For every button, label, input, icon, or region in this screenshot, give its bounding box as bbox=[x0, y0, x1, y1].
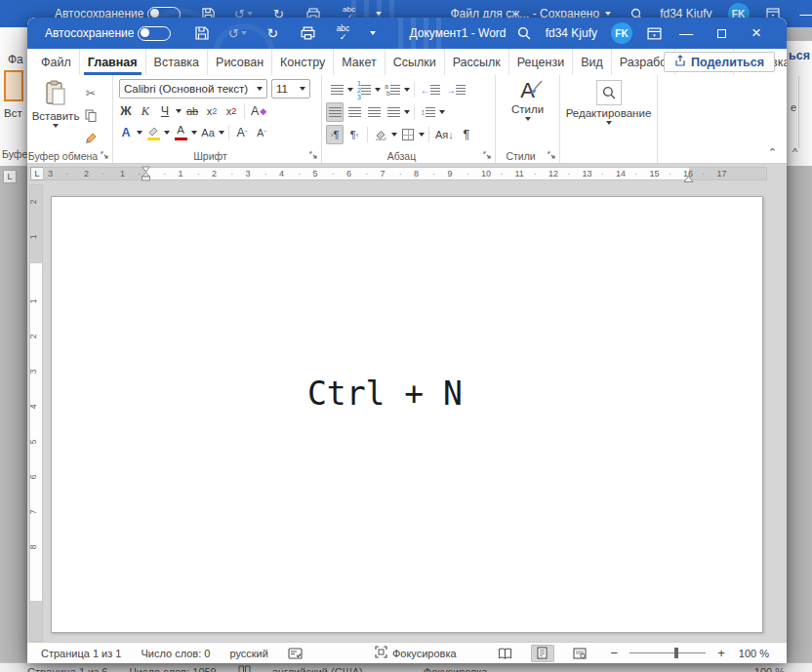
avatar[interactable]: FK bbox=[611, 22, 632, 44]
numbering-button[interactable]: 123 bbox=[355, 80, 373, 99]
tab-references[interactable]: Ссылки bbox=[386, 49, 445, 75]
highlight-chevron-icon[interactable] bbox=[164, 131, 170, 135]
copy-icon[interactable] bbox=[82, 105, 100, 125]
bg-status-focus[interactable]: Фокусировка bbox=[424, 666, 488, 672]
tab-home[interactable]: Главная bbox=[80, 49, 146, 75]
zoom-in-button[interactable]: + bbox=[715, 643, 727, 663]
zoom-slider-thumb[interactable] bbox=[674, 648, 678, 658]
editing-button[interactable]: Редактирование bbox=[564, 80, 653, 125]
numbering-chevron-icon[interactable] bbox=[375, 88, 381, 92]
zoom-slider[interactable] bbox=[629, 652, 706, 653]
web-layout-button[interactable] bbox=[568, 645, 591, 662]
status-page[interactable]: Страница 1 из 1 bbox=[33, 643, 129, 663]
align-left-button[interactable] bbox=[326, 102, 344, 122]
text-effects-button[interactable]: А bbox=[117, 123, 135, 142]
bg-tab-selector[interactable]: L bbox=[3, 170, 17, 183]
tab-draw[interactable]: Рисован bbox=[208, 49, 272, 75]
status-words[interactable]: Число слов: 0 bbox=[133, 643, 218, 663]
indent-marker-left[interactable] bbox=[141, 166, 151, 185]
tab-view[interactable]: Вид bbox=[573, 49, 612, 75]
strikethrough-button[interactable]: ab bbox=[183, 101, 201, 121]
tab-design[interactable]: Констру bbox=[272, 49, 334, 75]
italic-button[interactable]: К bbox=[137, 101, 154, 121]
dialog-launcher[interactable] bbox=[309, 151, 318, 160]
print-layout-button[interactable] bbox=[531, 645, 554, 662]
focus-button[interactable]: Фокусировка bbox=[367, 643, 465, 663]
document-page[interactable]: Ctrl + N bbox=[51, 196, 763, 633]
sort-button[interactable]: Ая↓ bbox=[433, 125, 456, 144]
font-color-chevron-icon[interactable] bbox=[191, 131, 197, 135]
justify-chevron-icon[interactable] bbox=[404, 110, 410, 114]
bullets-chevron-icon[interactable] bbox=[347, 88, 353, 92]
dialog-launcher[interactable] bbox=[101, 151, 109, 160]
close-button[interactable]: × bbox=[746, 18, 767, 49]
format-painter-icon[interactable] bbox=[82, 128, 100, 147]
font-size-combo[interactable]: 11 bbox=[271, 79, 310, 99]
maximize-button[interactable] bbox=[710, 18, 732, 49]
text-effects-chevron-icon[interactable] bbox=[137, 131, 142, 135]
minimize-button[interactable]: — bbox=[796, 0, 812, 27]
cut-icon[interactable]: ✂ bbox=[82, 83, 100, 102]
subscript-button[interactable]: x2 bbox=[203, 101, 221, 121]
save-icon[interactable] bbox=[194, 25, 210, 41]
show-marks-button[interactable]: ¶ bbox=[458, 125, 475, 144]
rtl-text-button[interactable]: ¶‹ bbox=[345, 125, 363, 144]
spellcheck-icon[interactable]: abc✓ bbox=[335, 25, 350, 41]
line-spacing-button[interactable]: ↕ bbox=[419, 102, 437, 122]
bg-paste-label-fragment[interactable]: Вст bbox=[4, 107, 22, 119]
bullets-button[interactable] bbox=[326, 80, 345, 99]
tab-selector[interactable]: L bbox=[30, 167, 44, 180]
chevron-down-icon[interactable] bbox=[376, 12, 382, 16]
tab-file[interactable]: Файл bbox=[33, 49, 80, 75]
line-spacing-chevron-icon[interactable] bbox=[439, 110, 445, 114]
clear-formatting-button[interactable]: А◆ bbox=[249, 101, 268, 121]
underline-button[interactable]: Ч bbox=[156, 101, 174, 121]
redo-icon[interactable]: ↻ bbox=[264, 25, 280, 41]
status-language[interactable]: русский bbox=[222, 643, 275, 663]
zoom-level[interactable]: 100 % bbox=[731, 643, 777, 663]
bg-status-language[interactable]: английский (США) bbox=[272, 666, 363, 672]
horizontal-ruler[interactable]: 3·2·1··1·2·3·4·5·6·7·8·9·10·11·12·13·14·… bbox=[43, 167, 767, 180]
autosave-toggle[interactable] bbox=[138, 26, 171, 41]
bg-file-tab-fragment[interactable]: Фа bbox=[8, 53, 23, 66]
superscript-button[interactable]: x2 bbox=[223, 101, 240, 121]
vertical-ruler[interactable]: 2112345678 bbox=[29, 184, 43, 642]
bg-collapse-ribbon-icon[interactable]: ^ bbox=[792, 146, 797, 158]
multilevel-chevron-icon[interactable] bbox=[404, 88, 410, 92]
chevron-down-icon[interactable] bbox=[370, 31, 376, 35]
bg-proofing-icon[interactable] bbox=[238, 665, 251, 672]
dialog-launcher[interactable] bbox=[548, 151, 556, 160]
bg-status-page[interactable]: Страница 1 из 6 bbox=[27, 666, 107, 672]
tab-mailings[interactable]: Рассылк bbox=[445, 49, 509, 75]
ltr-text-button[interactable]: ›¶ bbox=[326, 125, 344, 144]
font-color-button[interactable]: А bbox=[172, 123, 189, 142]
underline-chevron-icon[interactable] bbox=[176, 109, 182, 113]
undo-icon[interactable]: ↺ bbox=[229, 25, 245, 41]
bg-status-zoom[interactable]: 100 % bbox=[754, 666, 785, 672]
proofing-icon[interactable] bbox=[280, 643, 310, 663]
change-case-button[interactable]: Аа bbox=[199, 123, 217, 142]
borders-button[interactable] bbox=[399, 125, 417, 144]
zoom-out-button[interactable]: − bbox=[609, 643, 621, 663]
multilevel-list-button[interactable]: a b bbox=[383, 80, 402, 99]
borders-chevron-icon[interactable] bbox=[419, 133, 425, 137]
tab-layout[interactable]: Макет bbox=[334, 49, 385, 75]
user-name[interactable]: fd34 Kjufy bbox=[546, 26, 597, 40]
decrease-indent-button[interactable]: ← bbox=[419, 80, 442, 99]
change-case-chevron-icon[interactable] bbox=[219, 131, 224, 135]
minimize-button[interactable]: — bbox=[675, 18, 697, 49]
styles-button[interactable]: А Стили bbox=[500, 80, 555, 121]
paste-button[interactable]: Вставить bbox=[33, 80, 78, 147]
print-icon[interactable] bbox=[300, 25, 315, 41]
shading-chevron-icon[interactable] bbox=[391, 133, 397, 137]
tab-review[interactable]: Рецензи bbox=[509, 49, 573, 75]
collapse-ribbon-button[interactable]: ⌃ bbox=[768, 146, 777, 159]
bold-button[interactable]: Ж bbox=[117, 101, 135, 121]
document-text[interactable]: Ctrl + N bbox=[307, 375, 463, 413]
justify-button[interactable] bbox=[385, 102, 402, 122]
shading-button[interactable] bbox=[372, 125, 389, 144]
search-icon[interactable] bbox=[516, 25, 532, 41]
highlight-button[interactable] bbox=[144, 123, 162, 142]
shrink-font-button[interactable]: Аˇ bbox=[253, 123, 270, 142]
dialog-launcher[interactable] bbox=[483, 151, 492, 160]
